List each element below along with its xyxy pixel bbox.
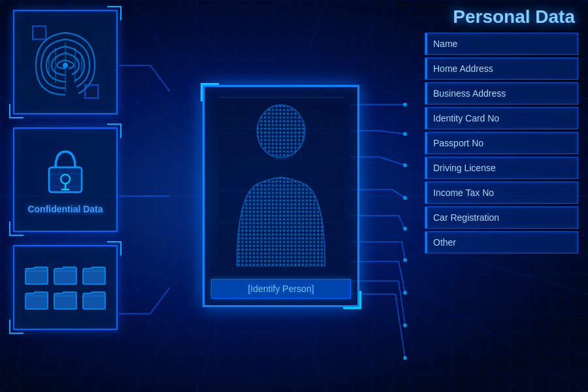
identify-label: [Identify Person] xyxy=(211,279,351,299)
svg-rect-81 xyxy=(218,191,344,191)
left-panel: Confidential Data xyxy=(0,0,144,392)
person-silhouette xyxy=(216,97,346,267)
folders-grid xyxy=(18,258,113,317)
folder-icon-1 xyxy=(24,265,49,286)
data-item-home-address: Home Address xyxy=(425,57,578,80)
svg-rect-82 xyxy=(218,223,344,223)
data-item-business-address: Business Address xyxy=(425,82,578,105)
center-panel: [Identify Person] xyxy=(144,0,418,392)
folders-box xyxy=(13,245,118,330)
data-item-passport-no: Passport No xyxy=(425,132,578,154)
data-items-list: NameHome AddressBusiness AddressIdentity… xyxy=(425,33,578,253)
folder-icon-6 xyxy=(82,289,106,310)
data-item-identity-card-no: Identity Card No xyxy=(425,107,578,129)
lock-icon xyxy=(42,145,88,197)
confidential-box: Confidential Data xyxy=(13,127,118,232)
data-item-name: Name xyxy=(425,33,578,55)
svg-rect-80 xyxy=(218,159,344,160)
confidential-label: Confidential Data xyxy=(27,204,103,214)
svg-rect-63 xyxy=(33,26,46,39)
person-card: [Identify Person] xyxy=(203,85,359,307)
fingerprint-box xyxy=(13,10,118,114)
folder-icon-5 xyxy=(53,289,78,310)
fingerprint-icon xyxy=(29,23,101,101)
right-panel: Personal Data NameHome AddressBusiness A… xyxy=(418,0,588,392)
folder-icon-2 xyxy=(53,265,78,286)
folder-icon-4 xyxy=(24,289,49,310)
svg-rect-79 xyxy=(218,128,344,129)
data-item-other: Other xyxy=(425,231,578,253)
folder-icon-3 xyxy=(82,265,106,286)
data-item-car-registration: Car Registration xyxy=(425,206,578,229)
personal-data-title: Personal Data xyxy=(425,7,578,27)
data-item-income-tax-no: Income Tax No xyxy=(425,182,578,204)
svg-rect-78 xyxy=(218,97,344,98)
data-item-driving-license: Driving License xyxy=(425,157,578,179)
main-content: Confidential Data xyxy=(0,0,588,392)
